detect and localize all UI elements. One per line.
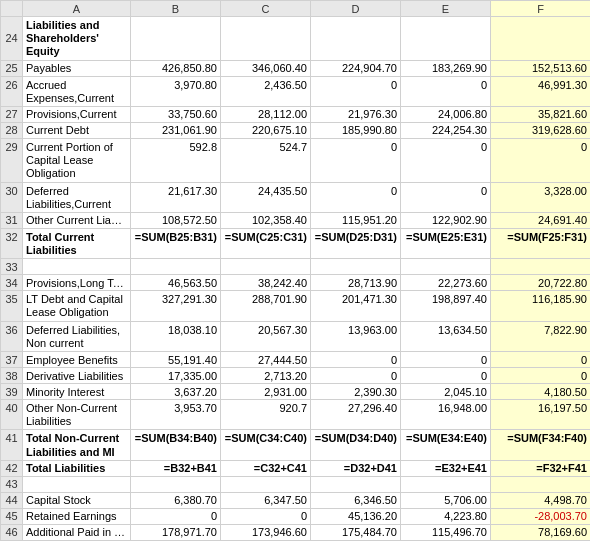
cell-41-c[interactable]: =SUM(C34:C40) xyxy=(221,430,311,460)
cell-28-a[interactable]: Current Debt xyxy=(23,122,131,138)
cell-40-f[interactable]: 16,197.50 xyxy=(491,400,591,430)
cell-39-d[interactable]: 2,390.30 xyxy=(311,384,401,400)
cell-37-a[interactable]: Employee Benefits xyxy=(23,352,131,368)
cell-41-f[interactable]: =SUM(F34:F40) xyxy=(491,430,591,460)
cell-28-b[interactable]: 231,061.90 xyxy=(131,122,221,138)
cell-32-e[interactable]: =SUM(E25:E31) xyxy=(401,228,491,258)
cell-40-e[interactable]: 16,948.00 xyxy=(401,400,491,430)
cell-39-b[interactable]: 3,637.20 xyxy=(131,384,221,400)
cell-38-c[interactable]: 2,713.20 xyxy=(221,368,311,384)
cell-37-e[interactable]: 0 xyxy=(401,352,491,368)
cell-39-c[interactable]: 2,931.00 xyxy=(221,384,311,400)
cell-24-e[interactable] xyxy=(401,17,491,61)
cell-42-f[interactable]: =F32+F41 xyxy=(491,460,591,476)
cell-39-e[interactable]: 2,045.10 xyxy=(401,384,491,400)
cell-38-a[interactable]: Derivative Liabilities xyxy=(23,368,131,384)
cell-26-f[interactable]: 46,991.30 xyxy=(491,76,591,106)
cell-35-a[interactable]: LT Debt and Capital Lease Obligation xyxy=(23,291,131,321)
cell-31-a[interactable]: Other Current Liabilities xyxy=(23,212,131,228)
cell-28-c[interactable]: 220,675.10 xyxy=(221,122,311,138)
cell-29-d[interactable]: 0 xyxy=(311,138,401,182)
cell-29-a[interactable]: Current Portion of Capital Lease Obligat… xyxy=(23,138,131,182)
cell-24-c[interactable] xyxy=(221,17,311,61)
cell-29-c[interactable]: 524.7 xyxy=(221,138,311,182)
cell-43-b[interactable] xyxy=(131,476,221,492)
cell-27-d[interactable]: 21,976.30 xyxy=(311,106,401,122)
cell-33-a[interactable] xyxy=(23,259,131,275)
cell-45-b[interactable]: 0 xyxy=(131,508,221,524)
cell-30-c[interactable]: 24,435.50 xyxy=(221,182,311,212)
cell-38-e[interactable]: 0 xyxy=(401,368,491,384)
cell-34-c[interactable]: 38,242.40 xyxy=(221,275,311,291)
col-header-c[interactable]: C xyxy=(221,1,311,17)
cell-31-b[interactable]: 108,572.50 xyxy=(131,212,221,228)
cell-29-e[interactable]: 0 xyxy=(401,138,491,182)
cell-33-f[interactable] xyxy=(491,259,591,275)
col-header-a[interactable]: A xyxy=(23,1,131,17)
cell-25-a[interactable]: Payables xyxy=(23,60,131,76)
cell-43-f[interactable] xyxy=(491,476,591,492)
cell-29-b[interactable]: 592.8 xyxy=(131,138,221,182)
cell-46-b[interactable]: 178,971.70 xyxy=(131,524,221,540)
cell-44-a[interactable]: Capital Stock xyxy=(23,492,131,508)
cell-35-b[interactable]: 327,291.30 xyxy=(131,291,221,321)
cell-38-f[interactable]: 0 xyxy=(491,368,591,384)
cell-30-b[interactable]: 21,617.30 xyxy=(131,182,221,212)
cell-32-f[interactable]: =SUM(F25:F31) xyxy=(491,228,591,258)
cell-25-c[interactable]: 346,060.40 xyxy=(221,60,311,76)
cell-26-b[interactable]: 3,970.80 xyxy=(131,76,221,106)
cell-25-d[interactable]: 224,904.70 xyxy=(311,60,401,76)
cell-34-a[interactable]: Provisions,Long Term xyxy=(23,275,131,291)
cell-46-d[interactable]: 175,484.70 xyxy=(311,524,401,540)
cell-42-c[interactable]: =C32+C41 xyxy=(221,460,311,476)
cell-44-b[interactable]: 6,380.70 xyxy=(131,492,221,508)
cell-24-f[interactable] xyxy=(491,17,591,61)
cell-37-b[interactable]: 55,191.40 xyxy=(131,352,221,368)
cell-28-d[interactable]: 185,990.80 xyxy=(311,122,401,138)
cell-35-d[interactable]: 201,471.30 xyxy=(311,291,401,321)
cell-45-a[interactable]: Retained Earnings xyxy=(23,508,131,524)
cell-30-f[interactable]: 3,328.00 xyxy=(491,182,591,212)
cell-42-e[interactable]: =E32+E41 xyxy=(401,460,491,476)
cell-46-f[interactable]: 78,169.60 xyxy=(491,524,591,540)
cell-32-b[interactable]: =SUM(B25:B31) xyxy=(131,228,221,258)
cell-45-f[interactable]: -28,003.70 xyxy=(491,508,591,524)
cell-36-b[interactable]: 18,038.10 xyxy=(131,321,221,351)
cell-26-c[interactable]: 2,436.50 xyxy=(221,76,311,106)
cell-35-e[interactable]: 198,897.40 xyxy=(401,291,491,321)
cell-37-c[interactable]: 27,444.50 xyxy=(221,352,311,368)
cell-31-f[interactable]: 24,691.40 xyxy=(491,212,591,228)
cell-26-d[interactable]: 0 xyxy=(311,76,401,106)
cell-24-b[interactable] xyxy=(131,17,221,61)
cell-35-c[interactable]: 288,701.90 xyxy=(221,291,311,321)
cell-37-d[interactable]: 0 xyxy=(311,352,401,368)
cell-26-e[interactable]: 0 xyxy=(401,76,491,106)
cell-45-e[interactable]: 4,223.80 xyxy=(401,508,491,524)
cell-27-e[interactable]: 24,006.80 xyxy=(401,106,491,122)
cell-31-e[interactable]: 122,902.90 xyxy=(401,212,491,228)
cell-28-e[interactable]: 224,254.30 xyxy=(401,122,491,138)
cell-34-f[interactable]: 20,722.80 xyxy=(491,275,591,291)
cell-41-e[interactable]: =SUM(E34:E40) xyxy=(401,430,491,460)
cell-39-f[interactable]: 4,180.50 xyxy=(491,384,591,400)
cell-33-b[interactable] xyxy=(131,259,221,275)
cell-40-b[interactable]: 3,953.70 xyxy=(131,400,221,430)
cell-42-d[interactable]: =D32+D41 xyxy=(311,460,401,476)
cell-35-f[interactable]: 116,185.90 xyxy=(491,291,591,321)
cell-41-d[interactable]: =SUM(D34:D40) xyxy=(311,430,401,460)
cell-36-e[interactable]: 13,634.50 xyxy=(401,321,491,351)
cell-44-e[interactable]: 5,706.00 xyxy=(401,492,491,508)
cell-27-c[interactable]: 28,112.00 xyxy=(221,106,311,122)
cell-34-b[interactable]: 46,563.50 xyxy=(131,275,221,291)
cell-25-f[interactable]: 152,513.60 xyxy=(491,60,591,76)
cell-46-a[interactable]: Additional Paid in Capital xyxy=(23,524,131,540)
cell-30-a[interactable]: Deferred Liabilities,Current xyxy=(23,182,131,212)
cell-43-c[interactable] xyxy=(221,476,311,492)
cell-28-f[interactable]: 319,628.60 xyxy=(491,122,591,138)
cell-27-b[interactable]: 33,750.60 xyxy=(131,106,221,122)
cell-38-d[interactable]: 0 xyxy=(311,368,401,384)
cell-33-e[interactable] xyxy=(401,259,491,275)
cell-38-b[interactable]: 17,335.00 xyxy=(131,368,221,384)
col-header-d[interactable]: D xyxy=(311,1,401,17)
cell-32-c[interactable]: =SUM(C25:C31) xyxy=(221,228,311,258)
